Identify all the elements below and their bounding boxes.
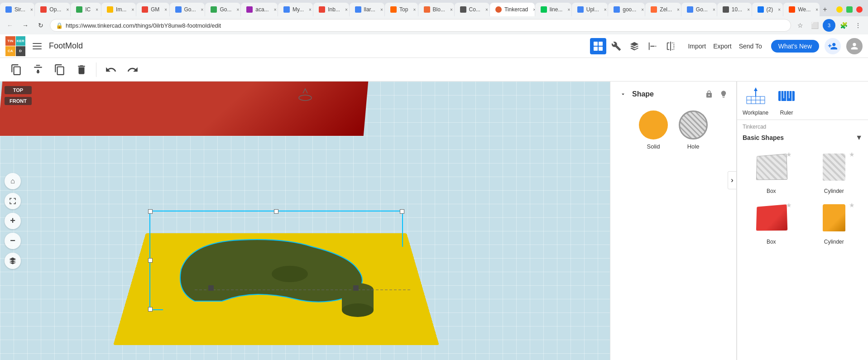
hole-label: Hole bbox=[687, 143, 700, 150]
svg-rect-2 bbox=[594, 47, 598, 51]
selection-handle-ml[interactable] bbox=[148, 258, 153, 263]
tab-top[interactable]: Top× bbox=[385, 3, 418, 16]
favorite-star-icon-3[interactable]: ★ bbox=[786, 202, 792, 209]
browser-chrome: Sir...× Op...× IC× Im...× GM× Go...× Go.… bbox=[0, 0, 868, 34]
svg-point-8 bbox=[272, 266, 308, 282]
tab-inb[interactable]: Inb...× bbox=[313, 3, 349, 16]
hole-shape-icon bbox=[679, 110, 708, 139]
box-solid-thumb: ★ bbox=[748, 200, 794, 236]
tab-goo[interactable]: goo...× bbox=[608, 3, 645, 16]
tab-sir[interactable]: Sir...× bbox=[0, 3, 34, 16]
tab-blo[interactable]: Blo...× bbox=[418, 3, 454, 16]
profile-icon[interactable]: 3 bbox=[823, 19, 835, 32]
favorite-star-icon[interactable]: ★ bbox=[786, 151, 792, 158]
undo-button[interactable] bbox=[102, 61, 120, 79]
bookmark-icon[interactable]: ☆ bbox=[794, 19, 806, 32]
grid-view-button[interactable] bbox=[590, 38, 606, 54]
delete-button[interactable] bbox=[72, 61, 91, 79]
tinkercad-logo[interactable]: TIN KER CA D bbox=[5, 36, 25, 56]
tab-go3[interactable]: Go...× bbox=[681, 3, 717, 16]
dropdown-arrow-icon: ▼ bbox=[855, 134, 863, 142]
workplane-button[interactable]: Workplane bbox=[743, 85, 768, 116]
solid-option[interactable]: Solid bbox=[639, 110, 668, 150]
lift-object-button[interactable] bbox=[29, 61, 47, 79]
import-button[interactable]: Import bbox=[688, 43, 706, 50]
hole-option[interactable]: Hole bbox=[679, 110, 708, 150]
tab-10[interactable]: 10...× bbox=[717, 3, 752, 16]
mirror-button[interactable] bbox=[662, 38, 679, 54]
panel-collapse-chevron[interactable]: › bbox=[728, 171, 737, 189]
shape-item-cylinder-hole[interactable]: ★ Cylinder bbox=[806, 149, 863, 194]
box-hole-label: Box bbox=[767, 188, 776, 194]
close-button[interactable] bbox=[856, 6, 863, 13]
maximize-button[interactable] bbox=[846, 6, 853, 13]
selection-handle-tl[interactable] bbox=[148, 209, 153, 214]
minimize-button[interactable] bbox=[836, 6, 843, 13]
lock-icon[interactable] bbox=[704, 89, 715, 100]
copy-workplane-button[interactable] bbox=[7, 61, 25, 79]
tab-upl[interactable]: Upl...× bbox=[572, 3, 608, 16]
light-bulb-icon[interactable] bbox=[718, 89, 729, 100]
tab-line[interactable]: line...× bbox=[535, 3, 571, 16]
extensions-icon[interactable]: 🧩 bbox=[837, 19, 850, 32]
app-header: TIN KER CA D FootMold bbox=[0, 34, 868, 58]
forward-button[interactable]: → bbox=[19, 19, 32, 32]
shape-panel-header: Shape bbox=[618, 89, 729, 100]
tab-aca[interactable]: aca...× bbox=[241, 3, 278, 16]
export-button[interactable]: Export bbox=[713, 43, 731, 50]
reload-button[interactable]: ↻ bbox=[34, 19, 47, 32]
menu-dots-icon[interactable]: ⋮ bbox=[852, 19, 864, 32]
tab-co[interactable]: Co...× bbox=[455, 3, 489, 16]
box-hole-thumb: ★ bbox=[748, 149, 794, 185]
header-tools bbox=[590, 38, 679, 54]
selection-handle-bl[interactable] bbox=[148, 307, 153, 312]
box-solid-shape bbox=[756, 204, 787, 230]
cylinder-hole-shape bbox=[823, 154, 845, 181]
add-person-button[interactable] bbox=[825, 38, 841, 54]
tab-tinkercad[interactable]: Tinkercad × bbox=[490, 3, 535, 16]
redo-button[interactable] bbox=[124, 61, 142, 79]
workplane-label: Workplane bbox=[743, 110, 768, 116]
shapes-category-dropdown[interactable]: Basic Shapes ▼ bbox=[737, 132, 868, 145]
tab-2[interactable]: (2)× bbox=[752, 3, 783, 16]
tab-op[interactable]: Op...× bbox=[35, 3, 70, 16]
box-solid-label: Box bbox=[767, 239, 776, 245]
svg-rect-0 bbox=[594, 42, 598, 46]
tab-we[interactable]: We...× bbox=[783, 3, 819, 16]
duplicate-button[interactable] bbox=[51, 61, 69, 79]
address-bar[interactable]: 🔒 https://www.tinkercad.com/things/0ilrb… bbox=[50, 19, 791, 32]
shape-item-cylinder-solid[interactable]: ★ Cylinder bbox=[806, 200, 863, 245]
tab-zel[interactable]: Zel...× bbox=[645, 3, 681, 16]
tab-close[interactable]: × bbox=[28, 6, 34, 13]
tab-my[interactable]: My...× bbox=[278, 3, 313, 16]
tab-gm[interactable]: GM× bbox=[136, 3, 169, 16]
canvas-area[interactable]: TOP FRONT ⌂ + − bbox=[0, 82, 610, 360]
hamburger-menu-icon[interactable] bbox=[31, 40, 43, 53]
tab-go2[interactable]: Go...× bbox=[205, 3, 240, 16]
svg-rect-14 bbox=[353, 285, 359, 291]
send-to-button[interactable]: Send To bbox=[739, 43, 762, 50]
foot-shape-svg[interactable] bbox=[158, 211, 412, 324]
tab-im[interactable]: Im...× bbox=[101, 3, 136, 16]
layers-button[interactable] bbox=[626, 38, 643, 54]
tab-llar[interactable]: llar...× bbox=[350, 3, 384, 16]
cylinder-hole-thumb: ★ bbox=[811, 149, 857, 185]
favorite-star-icon-4[interactable]: ★ bbox=[849, 202, 855, 209]
back-button[interactable]: ← bbox=[4, 19, 16, 32]
favorite-star-icon-2[interactable]: ★ bbox=[849, 151, 855, 158]
tinkercad-section-label: Tinkercad bbox=[737, 120, 868, 132]
shape-collapse-button[interactable] bbox=[618, 89, 628, 100]
tab-go1[interactable]: Go...× bbox=[170, 3, 205, 16]
shape-item-box-hole[interactable]: ★ Box bbox=[743, 149, 800, 194]
user-avatar[interactable] bbox=[846, 38, 863, 54]
align-button[interactable] bbox=[644, 38, 661, 54]
tab-ic[interactable]: IC× bbox=[71, 3, 101, 16]
new-tab-button[interactable]: + bbox=[820, 3, 830, 16]
whats-new-button[interactable]: What's New bbox=[771, 40, 819, 53]
shape-item-box-solid[interactable]: ★ Box bbox=[743, 200, 800, 245]
shapes-grid: ★ Box ★ Cylinder ★ bbox=[737, 145, 868, 249]
box-hole-shape bbox=[756, 154, 787, 180]
cast-icon[interactable]: ⬜ bbox=[808, 19, 821, 32]
tools-button[interactable] bbox=[608, 38, 624, 54]
ruler-button[interactable]: Ruler bbox=[776, 85, 797, 116]
